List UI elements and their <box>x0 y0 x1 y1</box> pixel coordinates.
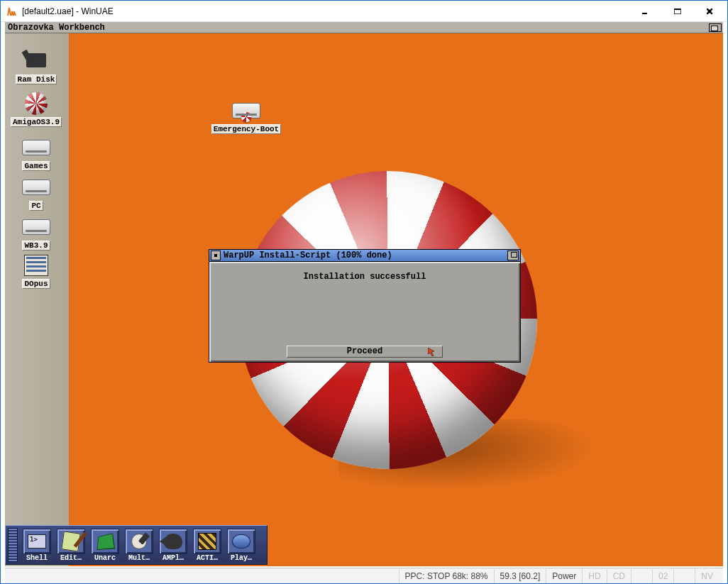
icon-label: WB3.9 <box>22 241 50 250</box>
dock-label: Mult… <box>122 554 156 562</box>
icon-wb39[interactable]: WB3.9 <box>8 215 65 250</box>
amidock[interactable]: Shell Edit… Unarc Mult… AMPl… <box>5 525 268 565</box>
drive-icon <box>22 219 50 235</box>
status-nv: NV <box>695 569 719 583</box>
dock-item-action[interactable]: ACTI… <box>190 529 224 562</box>
notepad-icon <box>61 531 80 551</box>
dock-label: Play… <box>224 554 258 562</box>
status-ppc: PPC: STOP 68k: 88% <box>399 569 494 583</box>
dock-label: AMPl… <box>156 554 190 562</box>
status-slot: 02 <box>652 569 673 583</box>
close-button[interactable]: 🗙 <box>693 1 726 22</box>
clapper-icon <box>198 533 216 550</box>
dock-item-editpad[interactable]: Edit… <box>54 529 88 562</box>
ram-chip-icon <box>23 50 49 72</box>
disc-icon <box>232 534 250 549</box>
workbench-title-text: Obrazovka Workbench <box>8 22 105 33</box>
minimize-button[interactable]: 🗕 <box>628 1 661 22</box>
status-cd: CD <box>607 569 631 583</box>
dialog-title-text: WarpUP Install-Script (100% done) <box>224 250 504 260</box>
dock-label: Shell <box>20 554 54 562</box>
icon-label: Games <box>22 161 50 171</box>
app-window: [default2.uae] - WinUAE 🗕 🗖 🗙 Obrazovka … <box>0 0 728 584</box>
magnifier-icon <box>131 534 147 549</box>
speaker-icon <box>164 534 182 549</box>
drive-icon <box>22 140 50 155</box>
boing-ball-icon <box>25 92 48 115</box>
icon-label: DOpus <box>22 279 50 289</box>
dock-item-shell[interactable]: Shell <box>20 529 54 562</box>
window-body: Obrazovka Workbench Ram Disk AmigaOS3.9 … <box>1 22 727 583</box>
dialog-body: Installation successfull Proceed <box>209 262 521 363</box>
dock-label: ACTI… <box>190 554 224 562</box>
dock-label: Edit… <box>54 554 88 562</box>
icon-label: Emergency-Boot <box>211 124 281 134</box>
drive-icon <box>22 180 50 195</box>
shell-icon <box>28 534 46 549</box>
proceed-button-label: Proceed <box>347 346 382 356</box>
dock-item-unarc[interactable]: Unarc <box>88 529 122 562</box>
icon-dopus[interactable]: DOpus <box>8 253 65 289</box>
amiga-screen[interactable]: Obrazovka Workbench Ram Disk AmigaOS3.9 … <box>5 22 723 566</box>
window-titlebar[interactable]: [default2.uae] - WinUAE 🗕 🗖 🗙 <box>1 1 727 22</box>
status-power: Power <box>546 569 582 583</box>
drive-with-ball-icon <box>232 103 260 119</box>
dopus-icon <box>24 255 48 276</box>
dialog-titlebar[interactable]: WarpUP Install-Script (100% done) <box>209 249 521 262</box>
icon-emergency-boot[interactable]: Emergency-Boot <box>204 99 289 134</box>
icon-label: AmigaOS3.9 <box>11 117 62 127</box>
workbench-titlebar[interactable]: Obrazovka Workbench <box>5 22 723 33</box>
status-fps: 59.3 [60.2] <box>494 569 546 583</box>
icon-label: Ram Disk <box>16 75 57 84</box>
maximize-button[interactable]: 🗖 <box>661 1 693 22</box>
status-hd: HD <box>582 569 606 583</box>
svg-marker-0 <box>428 348 434 356</box>
dialog-close-gadget[interactable] <box>211 250 221 260</box>
icon-pc[interactable]: PC <box>8 175 65 211</box>
dialog-message: Installation successfull <box>304 272 426 282</box>
icon-label: PC <box>29 201 43 211</box>
dialog-zoom-gadget[interactable] <box>507 250 519 260</box>
emulator-statusbar: PPC: STOP 68k: 88% 59.3 [60.2] Power HD … <box>5 568 723 583</box>
dock-drag-handle[interactable] <box>8 528 18 562</box>
depth-gadget-icon[interactable] <box>709 23 722 32</box>
mouse-pointer-icon <box>428 348 436 356</box>
proceed-button[interactable]: Proceed <box>287 346 443 358</box>
icon-games[interactable]: Games <box>8 136 65 171</box>
installer-dialog[interactable]: WarpUP Install-Script (100% done) Instal… <box>209 249 521 363</box>
dock-label: Unarc <box>88 554 122 562</box>
dock-item-play[interactable]: Play… <box>224 529 258 562</box>
archive-box-icon <box>96 533 115 549</box>
dock-item-amplifier[interactable]: AMPl… <box>156 529 190 562</box>
icon-ram-disk[interactable]: Ram Disk <box>8 49 65 84</box>
dock-item-multiview[interactable]: Mult… <box>122 529 156 562</box>
app-icon <box>6 6 18 17</box>
icon-amigaos39[interactable]: AmigaOS3.9 <box>8 92 65 127</box>
window-title: [default2.uae] - WinUAE <box>22 6 114 16</box>
